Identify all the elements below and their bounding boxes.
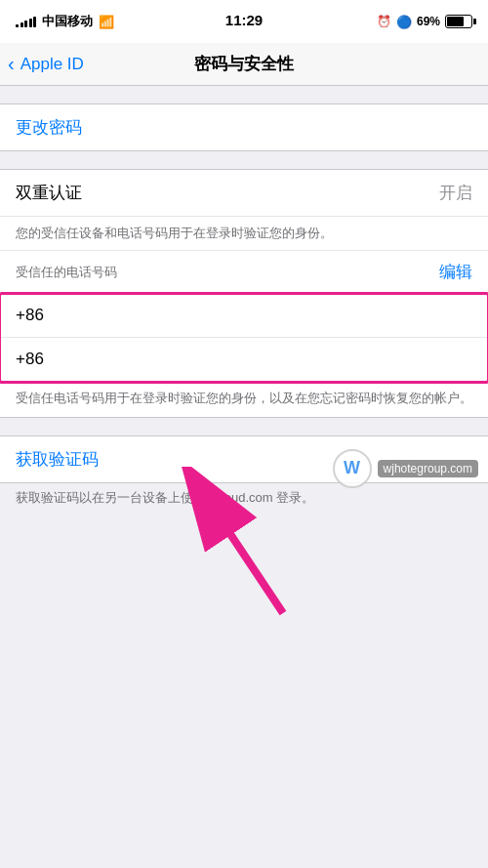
phone-numbers-container: +86 +86 xyxy=(0,294,488,382)
nav-bar: ‹ Apple ID 密码与安全性 xyxy=(0,43,488,86)
watermark-logo: W xyxy=(333,449,372,488)
status-right: ⏰ 🔵 69% xyxy=(377,15,472,29)
battery-fill xyxy=(447,17,464,26)
carrier-label: 中国移动 xyxy=(42,13,93,30)
chevron-left-icon: ‹ xyxy=(8,53,15,75)
signal-icon xyxy=(16,16,36,27)
trusted-phone-label: 受信任的电话号码 xyxy=(16,264,117,281)
back-button[interactable]: ‹ Apple ID xyxy=(8,53,84,75)
trusted-phone-row: 受信任的电话号码 编辑 xyxy=(0,251,488,294)
status-bar: 中国移动 📶 11:29 ⏰ 🔵 69% xyxy=(0,0,488,43)
change-password-label: 更改密码 xyxy=(16,116,82,139)
battery-icon xyxy=(445,15,472,28)
page-title: 密码与安全性 xyxy=(194,53,294,75)
two-factor-description: 您的受信任设备和电话号码用于在登录时验证您的身份。 xyxy=(0,217,488,251)
bluetooth-icon: 🔵 xyxy=(396,15,412,29)
two-factor-status: 开启 xyxy=(439,182,472,204)
status-left: 中国移动 📶 xyxy=(16,13,114,30)
two-factor-header-row: 双重认证 开启 xyxy=(0,170,488,217)
wifi-icon: 📶 xyxy=(99,15,114,29)
phone-number-1: +86 xyxy=(0,294,488,338)
status-time: 11:29 xyxy=(225,12,263,28)
phone-number-2: +86 xyxy=(0,338,488,382)
watermark: W wjhotegroup.com xyxy=(333,449,478,488)
battery-percent-label: 69% xyxy=(417,15,440,28)
watermark-url: wjhotegroup.com xyxy=(378,460,478,477)
verification-footer: 获取验证码以在另一台设备上使用 iCloud.com 登录。 xyxy=(0,483,488,517)
alarm-icon: ⏰ xyxy=(377,15,391,28)
edit-phone-button[interactable]: 编辑 xyxy=(439,261,472,283)
two-factor-footer: 受信任电话号码用于在登录时验证您的身份，以及在您忘记密码时恢复您的帐户。 xyxy=(0,382,488,417)
two-factor-title: 双重认证 xyxy=(16,182,82,204)
verification-code-label: 获取验证码 xyxy=(16,450,99,469)
back-label: Apple ID xyxy=(20,55,84,74)
change-password-item[interactable]: 更改密码 xyxy=(0,104,488,150)
change-password-section: 更改密码 xyxy=(0,103,488,151)
two-factor-section: 双重认证 开启 您的受信任设备和电话号码用于在登录时验证您的身份。 受信任的电话… xyxy=(0,169,488,418)
